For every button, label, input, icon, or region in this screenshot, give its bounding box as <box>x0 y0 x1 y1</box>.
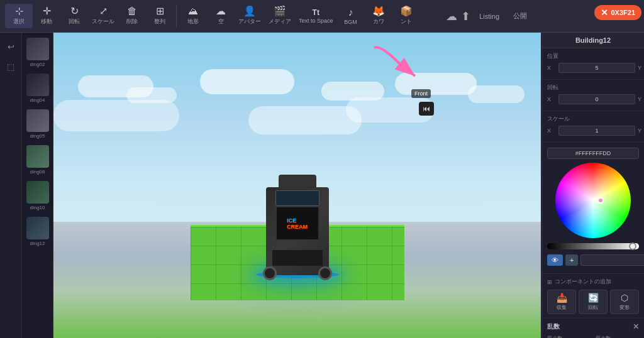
listing-button[interactable]: Listing <box>474 10 504 23</box>
tool-bgm[interactable]: ♪ BGM <box>337 5 365 28</box>
tool-dent[interactable]: 📦 ント <box>392 4 420 28</box>
pos-x-input[interactable] <box>558 63 635 73</box>
asset-item-0[interactable]: ding02 <box>24 35 52 70</box>
color-cursor[interactable] <box>597 197 604 204</box>
color-hex-input[interactable] <box>547 148 639 159</box>
color-eye-button[interactable]: 👁 <box>547 254 563 266</box>
bgm-label: BGM <box>344 19 357 25</box>
scale-icon: ⤢ <box>99 6 108 16</box>
ransu-min-field: 最小数 <box>547 335 591 338</box>
select-icon: ⊹ <box>15 6 23 16</box>
color-section: 👁 + <box>542 143 644 274</box>
arrange-icon: ⊞ <box>156 6 164 16</box>
asset-thumb-4 <box>26 181 49 204</box>
user-badge[interactable]: ✕ 0X3F21 <box>594 5 641 20</box>
left-sidebar: ↩ ⬚ <box>0 33 22 338</box>
brightness-thumb[interactable] <box>629 243 636 250</box>
asset-thumb-2 <box>26 109 49 132</box>
transform-icon: ⬡ <box>621 293 628 303</box>
share-icon[interactable]: ⬆ <box>461 9 470 23</box>
tool-kawa[interactable]: 🦊 カワ <box>365 4 392 28</box>
scale-label: スケール <box>92 18 114 26</box>
color-wheel-container[interactable] <box>555 163 631 238</box>
asset-thumb-0 <box>26 38 49 60</box>
tool-rotate[interactable]: ↻ 回転 <box>60 4 88 28</box>
rot-y-label: Y <box>638 96 644 102</box>
cloud-upload-icon[interactable]: ☁ <box>446 9 457 23</box>
avatar-icon: 👤 <box>243 6 256 16</box>
move-label: 移動 <box>41 18 52 26</box>
asset-item-2[interactable]: ding05 <box>24 107 52 141</box>
scale-section: スケール X Y Z <box>542 111 644 143</box>
tool-terrain[interactable]: ⛰ 地形 <box>179 4 207 28</box>
asset-item-1[interactable]: ding04 <box>24 71 52 106</box>
viewport[interactable]: ICE CREAM Front ⏮ <box>53 33 541 338</box>
delete-icon: 🗑 <box>127 6 137 16</box>
component-rotate-label: 回転 <box>588 304 598 311</box>
right-panel-title: Building12 <box>542 33 644 48</box>
select-label: 選択 <box>13 18 25 26</box>
component-transform[interactable]: ⬡ 変形 <box>610 290 639 314</box>
rotation-section: 回転 X Y Z <box>542 80 644 111</box>
ransu-close-button[interactable]: ✕ <box>633 322 639 331</box>
asset-panel: ding02 ding04 ding05 ding08 ding10 ding1… <box>22 33 53 338</box>
bgm-icon: ♪ <box>348 8 353 18</box>
color-text-input[interactable] <box>580 254 644 266</box>
rotate-label: 回転 <box>69 18 80 26</box>
scale-x-input[interactable] <box>558 126 635 136</box>
camera-icon[interactable]: ⏮ <box>419 102 434 116</box>
brightness-slider[interactable] <box>547 243 639 249</box>
kawa-label: カワ <box>373 18 384 26</box>
position-row: X Y Z <box>547 63 639 73</box>
position-label: 位置 <box>547 52 639 60</box>
tool-select[interactable]: ⊹ 選択 <box>5 4 33 28</box>
ransu-row: 最小数 最大数 <box>547 335 639 338</box>
scale-x-label: X <box>547 128 556 134</box>
terrain-icon: ⛰ <box>188 6 198 16</box>
asset-item-4[interactable]: ding10 <box>24 178 52 213</box>
rotation-label: 回転 <box>547 84 639 92</box>
user-badge-icon: ✕ <box>601 8 608 18</box>
component-title: ⊞ コンポーネントの追加 <box>547 278 639 286</box>
tool-media[interactable]: 🎬 メディア <box>265 4 295 28</box>
media-label: メディア <box>269 18 291 26</box>
tool-sky[interactable]: ☁ 空 <box>207 4 235 28</box>
media-icon: 🎬 <box>274 6 286 16</box>
tool-text-to-space[interactable]: Tt Text to Space <box>295 6 337 26</box>
asset-item-3[interactable]: ding08 <box>24 143 52 177</box>
component-rotate[interactable]: 🔄 回転 <box>579 290 608 314</box>
component-grid: 📥 収集 🔄 回転 ⬡ 変形 <box>547 290 639 314</box>
kawa-icon: 🦊 <box>372 6 385 16</box>
dent-label: ント <box>401 18 412 26</box>
sidebar-grid[interactable]: ⬚ <box>2 58 19 75</box>
tool-delete[interactable]: 🗑 削除 <box>118 4 146 28</box>
scale-y-label: Y <box>638 128 644 134</box>
asset-label-1: ding04 <box>24 97 52 103</box>
ransu-section: 乱数 ✕ 最小数 最大数 <box>542 319 644 338</box>
tool-arrange[interactable]: ⊞ 整列 <box>146 4 174 28</box>
truck-model[interactable]: ICE CREAM <box>260 175 335 275</box>
collect-icon: 📥 <box>557 293 567 303</box>
component-collect[interactable]: 📥 収集 <box>547 290 576 314</box>
ransu-title: 乱数 ✕ <box>547 322 639 331</box>
tool-avatar[interactable]: 👤 アバター <box>235 4 265 28</box>
color-wheel[interactable] <box>555 163 631 238</box>
tool-move[interactable]: ✛ 移動 <box>33 4 60 28</box>
publish-button[interactable]: 公開 <box>508 9 532 23</box>
right-panel: Building12 位置 X Y Z 回転 X Y Z スケール X Y <box>541 33 644 338</box>
front-label: Front <box>411 89 431 98</box>
text-to-space-icon: Tt <box>313 9 319 16</box>
move-icon: ✛ <box>43 6 51 16</box>
asset-item-5[interactable]: ding12 <box>24 214 52 249</box>
sidebar-undo[interactable]: ↩ <box>2 38 19 55</box>
rotate-icon: ↻ <box>70 6 79 16</box>
truck-body: ICE CREAM <box>266 187 329 275</box>
clouds <box>53 63 541 185</box>
asset-label-0: ding02 <box>24 62 52 67</box>
color-plus-button[interactable]: + <box>565 254 578 266</box>
rot-x-input[interactable] <box>558 94 635 104</box>
component-title-label: コンポーネントの追加 <box>555 278 611 286</box>
text-to-space-label: Text to Space <box>299 18 333 24</box>
ransu-title-label: 乱数 <box>547 322 560 331</box>
tool-scale[interactable]: ⤢ スケール <box>88 4 118 28</box>
